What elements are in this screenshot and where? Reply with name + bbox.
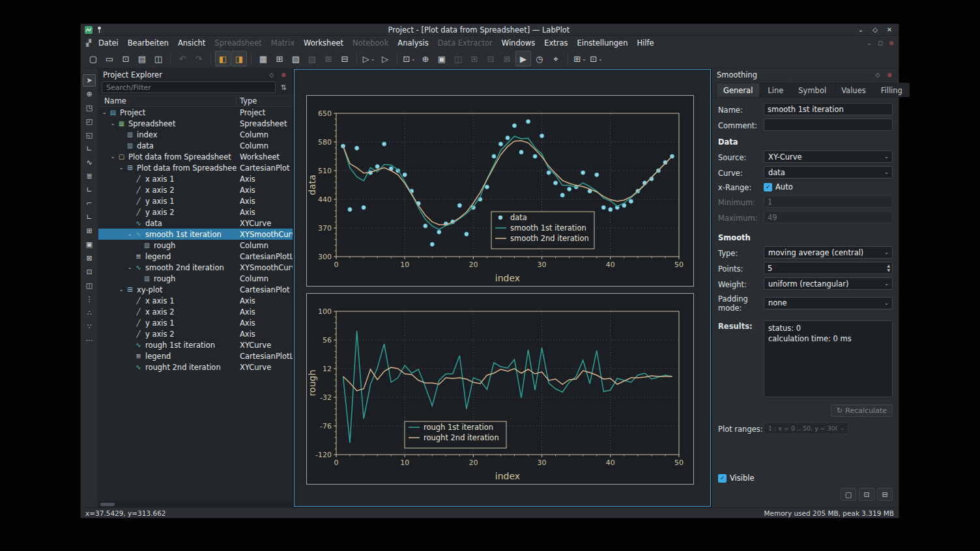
new-matrix-button[interactable]: ⊞ (272, 51, 287, 66)
tree-row[interactable]: ⌄⊞Plot data from SpreadsheetCartesianPlo… (98, 162, 293, 173)
tree-row[interactable]: ▥roughColumn (98, 240, 293, 251)
zoom-selection-tool-button[interactable]: ◳ (83, 102, 96, 114)
grid-settings-dropdown[interactable]: ⊞⌄ (572, 51, 588, 66)
tree-row[interactable]: ∿rough 1st iterationXYCurve (98, 339, 293, 350)
grid-layout-tool-button[interactable]: ⋮ (83, 293, 96, 305)
add-axis-tool-button[interactable]: ∟ (83, 143, 96, 155)
tree-row[interactable]: ⌄▢Plot data from SpreadsheetWorksheet (98, 151, 293, 162)
cursor-mode-button[interactable]: ⌖ (548, 51, 564, 66)
mdi-close-icon[interactable]: ⊗ (887, 40, 896, 46)
add-worksheet-element-button[interactable]: ▷ (377, 51, 393, 66)
tree-row[interactable]: ⌄▦SpreadsheetSpreadsheet (98, 118, 293, 129)
toggle-project-explorer-button[interactable]: ◧ (215, 51, 231, 66)
auto-scale-y-tool-button[interactable]: ∟ (83, 211, 96, 223)
collapse-arrow-icon[interactable]: ⌄ (126, 264, 134, 270)
smoothing-dock-header[interactable]: Smoothing ◇ ⊗ (712, 68, 899, 81)
menu-analysis[interactable]: Analysis (393, 37, 433, 49)
save-template-button[interactable]: ⊡ (859, 488, 874, 501)
pin-icon[interactable] (96, 26, 102, 33)
menu-windows[interactable]: Windows (497, 37, 540, 49)
tab-symbol[interactable]: Symbol (791, 83, 833, 97)
name-field[interactable] (764, 103, 893, 115)
collapse-arrow-icon[interactable]: ⌄ (126, 231, 134, 237)
auto-checkbox[interactable]: ✓ (764, 183, 772, 191)
float-dock-icon[interactable]: ◇ (873, 72, 882, 78)
fit-page-button[interactable]: ▣ (434, 51, 450, 66)
add-plot-area-dropdown[interactable]: ▷⌄ (361, 51, 377, 66)
horizontal-layout-tool-button[interactable]: ◫ (83, 279, 96, 292)
points-stepper[interactable] (764, 262, 893, 274)
float-window-button[interactable]: ◇ (870, 25, 880, 35)
zoom-x-selection-tool-button[interactable]: ◰ (83, 115, 96, 128)
auto-scale-x-tool-button[interactable]: ⌐ (83, 197, 96, 210)
zoom-select-dropdown[interactable]: ⊡⌄ (401, 51, 417, 66)
horizontal-scrollbar[interactable] (98, 502, 293, 507)
shift-right-x-tool-button[interactable]: ∵ (83, 320, 96, 333)
tree-row[interactable]: ≣legendCartesianPlotLegend (98, 350, 293, 361)
tab-general[interactable]: General (716, 83, 760, 97)
collapse-arrow-icon[interactable]: ⌄ (109, 154, 117, 160)
print-preview-button[interactable]: ◫ (151, 51, 166, 66)
print-button[interactable]: ▤ (134, 51, 150, 66)
tree-row[interactable]: ⌄∿smooth 1st iterationXYSmoothCurve (98, 229, 293, 240)
navigate-mode-button[interactable]: ▶ (515, 51, 531, 66)
tree-row[interactable]: ╱x axis 2Axis (98, 306, 293, 317)
auto-scale-tool-button[interactable]: ∟ (83, 184, 96, 196)
titlebar[interactable]: Project - [Plot data from Spreadsheet] —… (81, 24, 899, 36)
bottom-plot-area[interactable]: 01020304050-120-76-321256100indexroughro… (306, 293, 694, 485)
menu-worksheet[interactable]: Worksheet (299, 37, 348, 49)
toggle-properties-dock-button[interactable]: ◨ (231, 51, 247, 66)
scrollbar-thumb[interactable] (100, 503, 115, 506)
history-button[interactable]: ◷ (532, 51, 547, 66)
import-data-button[interactable]: ⊟ (337, 51, 353, 66)
float-panel-icon[interactable]: ◇ (267, 72, 276, 78)
load-template-button[interactable]: ⊟ (877, 488, 893, 501)
collapse-arrow-icon[interactable]: ⌄ (117, 287, 125, 292)
top-plot-area[interactable]: 01020304050300370440510580650indexdatada… (306, 95, 694, 287)
chevron-down-icon[interactable]: ⌄ (582, 56, 586, 62)
worksheet-view[interactable]: 01020304050300370440510580650indexdatada… (294, 69, 711, 507)
more-tools-button[interactable]: ⋯ (83, 334, 96, 346)
tab-line[interactable]: Line (760, 83, 790, 97)
source-combobox[interactable]: XY-Curve ⌄ (764, 150, 893, 163)
spin-down-icon[interactable]: ▼ (887, 268, 890, 272)
name-column-header[interactable]: Name (98, 96, 237, 106)
filter-options-icon[interactable]: ⇅ (278, 81, 289, 93)
new-plot-tool-button[interactable]: ⊞ (83, 225, 96, 237)
tree-row[interactable]: ▥roughColumn (98, 273, 293, 284)
vertical-layout-tool-button[interactable]: ⊡ (83, 266, 96, 278)
tree-row[interactable]: ⌄∿smooth 2nd iterationXYSmoothCurve (98, 262, 293, 273)
tab-filling[interactable]: Filling (874, 83, 910, 97)
new-project-button[interactable]: ▢ (85, 51, 101, 66)
shade-window-button[interactable]: ⌄ (856, 25, 866, 35)
add-text-label-tool-button[interactable]: ⊠ (83, 252, 96, 264)
add-curve-tool-button[interactable]: ∿ (83, 156, 96, 169)
snap-mode-dropdown[interactable]: ⊡⌄ (588, 51, 604, 66)
tree-row[interactable]: ⌄⊞xy-plotCartesianPlot (98, 284, 293, 295)
save-project-button[interactable]: ⊡ (118, 51, 134, 66)
tree-column-header[interactable]: Name Type (98, 95, 293, 107)
tree-row[interactable]: ∿rought 2nd iterationXYCurve (98, 361, 293, 373)
chevron-down-icon[interactable]: ⌄ (411, 56, 416, 62)
chevron-down-icon[interactable]: ⌄ (598, 56, 603, 62)
new-worksheet-button[interactable]: ▧ (288, 51, 304, 66)
menu-hilfe[interactable]: Hilfe (632, 37, 658, 49)
menu-datei[interactable]: Datei (94, 37, 123, 49)
menu-extras[interactable]: Extras (540, 37, 572, 49)
tree-row[interactable]: ▥dataColumn (98, 140, 293, 151)
new-spreadsheet-button[interactable]: ▦ (255, 51, 271, 66)
tree-row[interactable]: ╱y axis 2Axis (98, 328, 293, 339)
shift-left-x-tool-button[interactable]: ∴ (83, 307, 96, 319)
type-combobox[interactable]: moving average (central) ⌄ (764, 246, 893, 259)
zoom-y-selection-tool-button[interactable]: ◱ (83, 129, 96, 141)
collapse-arrow-icon[interactable]: ⌄ (100, 109, 108, 115)
close-panel-icon[interactable]: ⊗ (279, 72, 288, 78)
magnification-button[interactable]: ⊕ (418, 51, 433, 66)
collapse-arrow-icon[interactable]: ⌄ (117, 165, 125, 171)
open-project-button[interactable]: ▭ (102, 51, 117, 66)
tab-values[interactable]: Values (834, 83, 873, 97)
tree-row[interactable]: ≣legendCartesianPlotLegend (98, 251, 293, 262)
tree-row[interactable]: ╱x axis 1Axis (98, 295, 293, 306)
collapse-arrow-icon[interactable]: ⌄ (109, 120, 117, 126)
add-legend-tool-button[interactable]: ≣ (83, 170, 96, 182)
